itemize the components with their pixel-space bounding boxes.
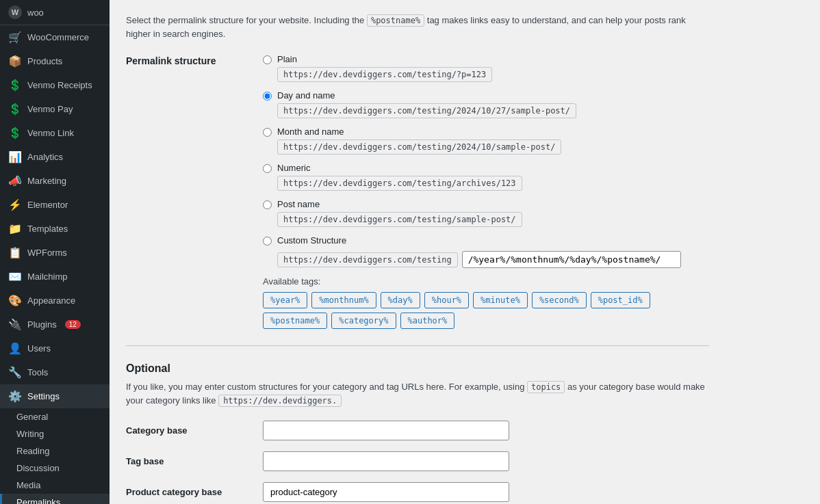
url-preview-month-and-name: https://dev.devdiggers.com/testing/2024/… xyxy=(277,140,561,155)
sidebar-sub-item-label: Writing xyxy=(16,429,44,439)
sidebar-item-label: WPForms xyxy=(27,248,67,258)
radio-option-plain: Plain https://dev.devdiggers.com/testing… xyxy=(263,54,709,82)
url-preview-day-and-name: https://dev.devdiggers.com/testing/2024/… xyxy=(277,103,576,118)
sidebar-sub-item-label: General xyxy=(16,412,48,422)
sidebar-item-users[interactable]: 👤 Users xyxy=(0,336,110,360)
sidebar-item-venmo-receipts[interactable]: 💲 Venmo Receipts xyxy=(0,73,110,97)
postname-code: %postname% xyxy=(367,14,424,27)
sidebar-item-label: Templates xyxy=(27,224,68,234)
radio-plain[interactable] xyxy=(263,55,272,64)
sidebar-sub-item-label: Reading xyxy=(16,446,49,456)
custom-base-url: https://dev.devdiggers.com/testing xyxy=(277,252,458,267)
sidebar-sub-item-general[interactable]: General xyxy=(0,408,110,425)
sidebar-item-plugins[interactable]: 🔌 Plugins 12 xyxy=(0,313,110,336)
radio-plain-label[interactable]: Plain xyxy=(277,54,492,64)
sidebar-item-analytics[interactable]: 📊 Analytics xyxy=(0,145,110,169)
venmo-receipts-icon: 💲 xyxy=(8,79,22,92)
radio-day-and-name[interactable] xyxy=(263,92,272,101)
sidebar-item-label: Plugins xyxy=(27,319,57,330)
products-icon: 📦 xyxy=(8,55,22,68)
sidebar-sub-item-label: Media xyxy=(16,480,40,490)
tag-post-id[interactable]: %post_id% xyxy=(591,292,650,308)
sidebar-logo-label: woo xyxy=(27,8,44,18)
tag-postname[interactable]: %postname% xyxy=(263,313,327,329)
tag-hour[interactable]: %hour% xyxy=(424,292,469,308)
sidebar-item-templates[interactable]: 📁 Templates xyxy=(0,217,110,241)
url-preview-plain: https://dev.devdiggers.com/testing/?p=12… xyxy=(277,67,492,82)
sidebar-item-label: Venmo Pay xyxy=(27,104,73,114)
tag-monthnum[interactable]: %monthnum% xyxy=(311,292,376,308)
users-icon: 👤 xyxy=(8,342,22,355)
radio-custom-structure[interactable] xyxy=(263,237,272,246)
radio-post-name[interactable] xyxy=(263,200,272,209)
sidebar-item-label: Mailchimp xyxy=(27,271,68,282)
sidebar-sub-item-reading[interactable]: Reading xyxy=(0,442,110,460)
radio-numeric-label[interactable]: Numeric xyxy=(277,163,522,173)
analytics-icon: 📊 xyxy=(8,150,22,163)
sidebar-item-mailchimp[interactable]: ✉️ Mailchimp xyxy=(0,265,110,289)
available-tags-label: Available tags: xyxy=(263,276,709,287)
sidebar-item-woocommerce[interactable]: 🛒 WooCommerce xyxy=(0,25,110,49)
settings-icon: ⚙️ xyxy=(8,390,22,403)
radio-month-and-name[interactable] xyxy=(263,128,272,137)
product-category-base-label: Product category base xyxy=(126,487,263,497)
sidebar-item-label: Venmo Link xyxy=(27,128,74,138)
topics-code: topics xyxy=(527,381,565,393)
sidebar-item-marketing[interactable]: 📣 Marketing xyxy=(0,169,110,193)
radio-option-numeric: Numeric https://dev.devdiggers.com/testi… xyxy=(263,163,709,191)
sidebar-sub-item-writing[interactable]: Writing xyxy=(0,425,110,442)
tag-minute[interactable]: %minute% xyxy=(473,292,528,308)
sidebar-sub-item-media[interactable]: Media xyxy=(0,477,110,494)
plugins-badge: 12 xyxy=(65,320,81,329)
sidebar-item-label: Products xyxy=(27,56,62,66)
tag-day[interactable]: %day% xyxy=(381,292,420,308)
form-row-tag-base: Tag base xyxy=(126,451,709,471)
url-example: https://dev.devdiggers. xyxy=(218,395,342,407)
radio-month-and-name-label[interactable]: Month and name xyxy=(277,127,561,137)
product-category-base-input[interactable] xyxy=(263,482,509,502)
sidebar-sub-item-discussion[interactable]: Discussion xyxy=(0,460,110,477)
plugins-icon: 🔌 xyxy=(8,318,22,331)
appearance-icon: 🎨 xyxy=(8,294,22,307)
tag-second[interactable]: %second% xyxy=(532,292,587,308)
sidebar-item-label: Tools xyxy=(27,367,48,377)
sidebar-item-venmo-pay[interactable]: 💲 Venmo Pay xyxy=(0,97,110,121)
sidebar-item-settings[interactable]: ⚙️ Settings xyxy=(0,384,110,408)
main-content: Select the permalink structure for your … xyxy=(110,0,820,504)
optional-desc: If you like, you may enter custom struct… xyxy=(126,380,709,407)
sidebar-item-wpforms[interactable]: 📋 WPForms xyxy=(0,241,110,265)
elementor-icon: ⚡ xyxy=(8,198,22,211)
tag-base-label: Tag base xyxy=(126,456,263,466)
tag-author[interactable]: %author% xyxy=(400,313,455,329)
tools-icon: 🔧 xyxy=(8,366,22,379)
category-base-input[interactable] xyxy=(263,421,509,440)
sidebar-item-venmo-link[interactable]: 💲 Venmo Link xyxy=(0,121,110,145)
sidebar-item-appearance[interactable]: 🎨 Appearance xyxy=(0,289,110,313)
custom-structure-input[interactable] xyxy=(462,251,681,268)
section-divider xyxy=(126,345,709,346)
radio-day-and-name-label[interactable]: Day and name xyxy=(277,90,576,101)
woo-logo-icon: W xyxy=(8,5,22,19)
tag-base-input[interactable] xyxy=(263,451,509,471)
sidebar-item-elementor[interactable]: ⚡ Elementor xyxy=(0,193,110,217)
optional-section: Optional If you like, you may enter cust… xyxy=(126,362,709,502)
tag-category[interactable]: %category% xyxy=(331,313,396,329)
tag-year[interactable]: %year% xyxy=(263,292,307,308)
sidebar-item-tools[interactable]: 🔧 Tools xyxy=(0,360,110,384)
radio-option-month-and-name: Month and name https://dev.devdiggers.co… xyxy=(263,127,709,155)
radio-numeric[interactable] xyxy=(263,164,272,173)
form-row-product-category-base: Product category base xyxy=(126,482,709,502)
sidebar: W woo 🛒 WooCommerce 📦 Products 💲 Venmo R… xyxy=(0,0,110,504)
venmo-link-icon: 💲 xyxy=(8,127,22,140)
mailchimp-icon: ✉️ xyxy=(8,270,22,283)
sidebar-item-label: Appearance xyxy=(27,295,75,306)
radio-custom-label[interactable]: Custom Structure xyxy=(277,235,681,246)
marketing-icon: 📣 xyxy=(8,174,22,187)
radio-post-name-label[interactable]: Post name xyxy=(277,199,522,209)
sidebar-item-products[interactable]: 📦 Products xyxy=(0,49,110,73)
url-preview-post-name: https://dev.devdiggers.com/testing/sampl… xyxy=(277,212,522,227)
radio-option-day-and-name: Day and name https://dev.devdiggers.com/… xyxy=(263,90,709,118)
sidebar-item-label: Users xyxy=(27,343,51,354)
sidebar-sub-item-permalinks[interactable]: Permalinks xyxy=(0,494,110,504)
sidebar-sub-item-label: Permalinks xyxy=(16,497,60,504)
